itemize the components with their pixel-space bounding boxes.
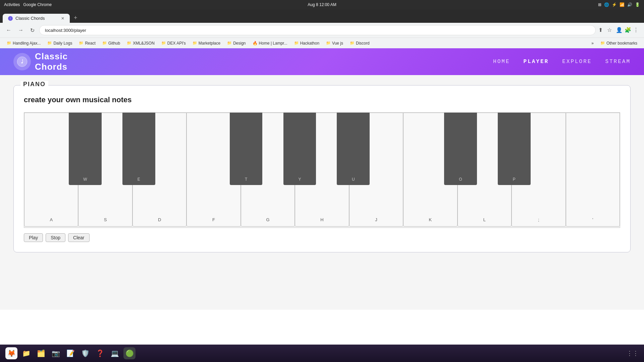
- taskbar-more[interactable]: ⋮⋮: [627, 350, 639, 357]
- bookmark-discord[interactable]: 📁 Discord: [347, 40, 372, 47]
- taskbar-camera[interactable]: 📷: [50, 347, 62, 359]
- piano-container: A S D F G H: [24, 112, 620, 228]
- black-key-p[interactable]: P: [498, 113, 531, 185]
- black-key-u[interactable]: U: [337, 113, 370, 185]
- tab-close-button[interactable]: ✕: [61, 16, 64, 21]
- os-bar-right: ⊞ 🌐 ⚡ 📶 🔊 🔋: [598, 2, 640, 7]
- other-bookmarks[interactable]: 📁 Other bookmarks: [598, 40, 640, 47]
- black-key-y[interactable]: Y: [283, 113, 316, 185]
- white-keys: A S D F G H: [24, 113, 620, 228]
- taskbar-files[interactable]: 📁: [20, 347, 32, 359]
- settings-icon: ⚡: [612, 2, 617, 7]
- app: ♩ Classic Chords HOME PLAYER EXPLORE STR…: [0, 48, 644, 362]
- folder-icon: 📁: [161, 41, 166, 45]
- extensions-icon[interactable]: 🧩: [625, 27, 631, 34]
- profile-icon[interactable]: 👤: [616, 27, 623, 34]
- bookmark-daily-logs[interactable]: 📁 Daily Logs: [45, 40, 75, 47]
- bookmark-label: Vue js: [332, 41, 343, 46]
- black-key-label-u: U: [352, 177, 355, 182]
- forward-button[interactable]: →: [16, 26, 25, 35]
- bookmark-label: Home | Lampr...: [259, 41, 287, 46]
- taskbar-chrome[interactable]: 🟢: [123, 347, 136, 359]
- os-datetime: Aug 8 12:00 AM: [308, 2, 336, 7]
- bookmark-icon[interactable]: ☆: [607, 27, 614, 34]
- nav-home[interactable]: HOME: [493, 59, 510, 65]
- new-tab-button[interactable]: +: [71, 13, 80, 23]
- play-button[interactable]: Play: [24, 233, 43, 242]
- share-icon[interactable]: ⬆: [598, 27, 605, 34]
- white-key-label-g: G: [266, 217, 269, 222]
- bookmark-hackathon[interactable]: 📁 Hackathon: [291, 40, 322, 47]
- black-key-w[interactable]: W: [69, 113, 102, 185]
- bookmark-label: Marketplace: [199, 41, 220, 46]
- nav-player[interactable]: PLAYER: [524, 59, 549, 65]
- piano-card: PIANO create your own musical notes A S …: [13, 85, 631, 252]
- volume-icon: 🔊: [627, 2, 632, 7]
- folder-icon: 📁: [47, 41, 52, 45]
- bookmarks-bar: 📁 Handling Ajax... 📁 Daily Logs 📁 React …: [0, 38, 644, 48]
- bookmark-label: Github: [108, 41, 120, 46]
- main-content: PIANO create your own musical notes A S …: [0, 75, 644, 310]
- folder-icon: 📁: [600, 41, 605, 45]
- menu-icon[interactable]: ⋮: [633, 27, 640, 34]
- bookmark-xml-json[interactable]: 📁 XML&JSON: [124, 40, 157, 47]
- white-key-label-j: J: [375, 217, 377, 222]
- white-key-label-h: H: [320, 217, 323, 222]
- white-key-quote[interactable]: ': [566, 113, 620, 227]
- clear-button[interactable]: Clear: [68, 233, 89, 242]
- black-key-t[interactable]: T: [230, 113, 263, 185]
- bookmark-label: Discord: [356, 41, 370, 46]
- taskbar-help[interactable]: ❓: [94, 347, 106, 359]
- taskbar: 🦊 📁 🗂️ 📷 📝 🛡️ ❓ 💻 🟢 ⋮⋮: [0, 345, 644, 362]
- main-navigation: HOME PLAYER EXPLORE STREAM: [493, 59, 631, 65]
- black-key-o[interactable]: O: [444, 113, 477, 185]
- folder-icon: 📁: [227, 41, 232, 45]
- nav-explore[interactable]: EXPLORE: [562, 59, 592, 65]
- more-bookmarks-label: »: [591, 41, 594, 46]
- taskbar-firefox[interactable]: 🦊: [5, 347, 17, 359]
- bookmark-home-lampr[interactable]: 🔥 Home | Lampr...: [250, 40, 290, 47]
- taskbar-notes[interactable]: 📝: [64, 347, 76, 359]
- address-bar[interactable]: [39, 25, 596, 35]
- bookmark-marketplace[interactable]: 📁 Marketplace: [190, 40, 223, 47]
- white-key-label-l: L: [483, 217, 486, 222]
- nav-stream[interactable]: STREAM: [605, 59, 631, 65]
- folder-icon: 📁: [79, 41, 84, 45]
- taskbar-terminal[interactable]: 💻: [109, 347, 121, 359]
- folder-icon: 📁: [294, 41, 299, 45]
- activities-label[interactable]: Activities: [4, 2, 20, 7]
- logo-icon: ♩: [13, 53, 31, 70]
- bookmark-design[interactable]: 📁 Design: [224, 40, 248, 47]
- taskbar-filemanager[interactable]: 🗂️: [35, 347, 47, 359]
- bookmark-react[interactable]: 📁 React: [76, 40, 98, 47]
- wifi-icon: 📶: [620, 2, 625, 7]
- refresh-button[interactable]: ↻: [28, 26, 37, 35]
- bookmark-label: Design: [233, 41, 246, 46]
- bookmark-handling-ajax[interactable]: 📁 Handling Ajax...: [4, 40, 43, 47]
- taskbar-shield[interactable]: 🛡️: [79, 347, 91, 359]
- piano-section-title: PIANO: [20, 81, 48, 88]
- white-key-label-a: A: [50, 217, 53, 222]
- black-key-label-p: P: [513, 177, 516, 182]
- stop-button[interactable]: Stop: [46, 233, 65, 242]
- bookmark-label: React: [85, 41, 95, 46]
- back-button[interactable]: ←: [4, 26, 13, 35]
- browser-label[interactable]: Google Chrome: [23, 2, 52, 7]
- black-key-e[interactable]: E: [122, 113, 155, 185]
- bookmark-dex-apis[interactable]: 📁 DEX API's: [159, 40, 189, 47]
- bookmark-github[interactable]: 📁 Github: [100, 40, 123, 47]
- bookmark-label: Hackathon: [300, 41, 319, 46]
- chrome-icon: 🌐: [604, 2, 609, 7]
- other-bookmarks-label: Other bookmarks: [606, 41, 637, 46]
- bookmark-vue-js[interactable]: 📁 Vue js: [323, 40, 346, 47]
- white-key-label-quote: ': [592, 217, 593, 222]
- active-tab[interactable]: ♩ Classic Chords ✕: [3, 14, 70, 23]
- black-key-label-e: E: [138, 177, 140, 182]
- folder-icon: 📁: [350, 41, 355, 45]
- os-bar: Activities Google Chrome Aug 8 12:00 AM …: [0, 0, 644, 9]
- tab-favicon: ♩: [8, 16, 13, 21]
- browser-frame: ♩ Classic Chords ✕ + ← → ↻ ⬆ ☆ 👤 🧩 ⋮ 📁 H…: [0, 9, 644, 48]
- more-bookmarks-button[interactable]: »: [589, 40, 596, 47]
- logo-area: ♩ Classic Chords: [13, 51, 68, 72]
- tab-title: Classic Chords: [15, 16, 45, 21]
